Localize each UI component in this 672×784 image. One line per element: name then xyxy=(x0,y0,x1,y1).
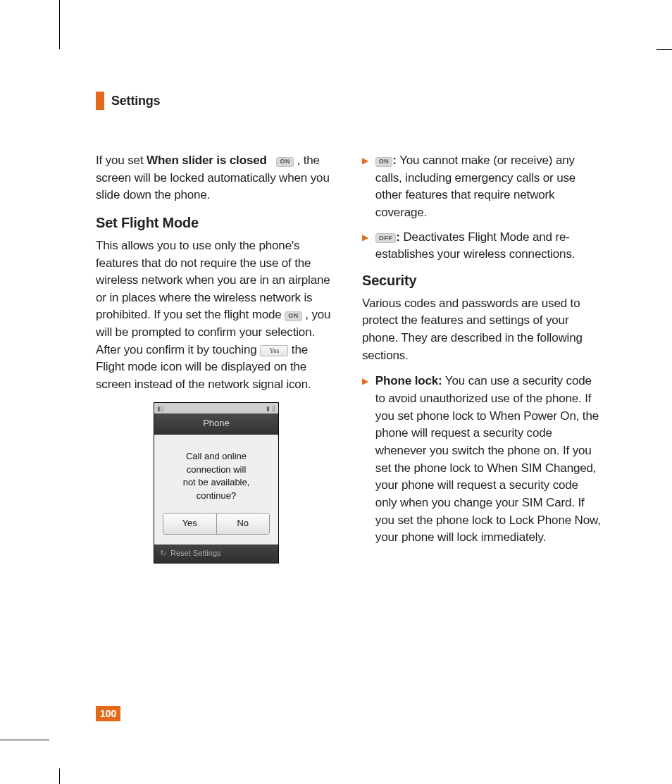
bullet-text: ON: You cannot make (or receive) any cal… xyxy=(375,152,603,222)
section-accent-bar xyxy=(96,92,104,110)
dialog-line: continue? xyxy=(163,490,270,503)
on-badge-icon: ON xyxy=(276,157,294,167)
crop-mark-left xyxy=(0,740,49,740)
two-column-layout: If you set When slider is closed ON , th… xyxy=(96,152,603,564)
text: If you set xyxy=(96,154,147,167)
signal-icon: ▮▯ xyxy=(157,404,164,413)
phone-footer: ↻ Reset Settings xyxy=(154,545,278,563)
section-header: Settings xyxy=(96,92,603,110)
bullet-marker-icon: ▶ xyxy=(362,375,368,546)
phone-yes-button: Yes xyxy=(163,514,216,534)
bullet-text: OFF: Deactivates Flight Mode and re-esta… xyxy=(375,229,603,263)
security-intro-paragraph: Various codes and passwords are used to … xyxy=(362,295,603,365)
on-badge-icon: ON xyxy=(375,157,393,167)
column-left: If you set When slider is closed ON , th… xyxy=(96,152,337,564)
refresh-icon: ↻ xyxy=(160,548,166,559)
manual-page: Settings If you set When slider is close… xyxy=(0,0,672,784)
bullet-marker-icon: ▶ xyxy=(362,155,368,222)
flight-mode-paragraph: This allows you to use only the phone's … xyxy=(96,237,337,394)
page-number: 100 xyxy=(96,706,120,721)
crop-mark-right xyxy=(657,49,672,50)
dialog-line: not be available, xyxy=(163,476,270,490)
on-badge-icon: ON xyxy=(285,311,302,321)
slider-closed-paragraph: If you set When slider is closed ON , th… xyxy=(96,152,337,204)
phone-screenshot: ▮▯ ▮ ▯ Phone Call and online connection … xyxy=(96,402,337,564)
off-badge-icon: OFF xyxy=(375,233,397,243)
page-number-wrap: 100 xyxy=(96,706,120,721)
phone-dialog-buttons: Yes No xyxy=(163,513,270,535)
phone-no-button: No xyxy=(216,514,270,534)
yes-button-icon: Yes xyxy=(260,345,288,356)
phone-dialog-body: Call and online connection will not be a… xyxy=(154,435,278,545)
bold-text: When slider is closed xyxy=(147,154,267,167)
dialog-line: connection will xyxy=(163,463,270,477)
heading-set-flight-mode: Set Flight Mode xyxy=(96,213,337,233)
bullet-off: ▶ OFF: Deactivates Flight Mode and re-es… xyxy=(362,229,603,263)
bullet-phone-lock: ▶ Phone lock: You can use a security cod… xyxy=(362,373,603,546)
text: You can use a security code to avoid una… xyxy=(375,374,601,544)
phone-screen-title: Phone xyxy=(154,413,278,435)
crop-mark-top xyxy=(59,0,60,49)
content-area: Settings If you set When slider is close… xyxy=(96,92,603,564)
phone-mockup: ▮▯ ▮ ▯ Phone Call and online connection … xyxy=(154,402,279,564)
phone-status-bar: ▮▯ ▮ ▯ xyxy=(154,403,278,413)
bullet-text: Phone lock: You can use a security code … xyxy=(375,373,603,546)
dialog-line: Call and online xyxy=(163,450,270,463)
bold-label: Phone lock: xyxy=(375,374,442,387)
bullet-on: ▶ ON: You cannot make (or receive) any c… xyxy=(362,152,603,222)
bullet-marker-icon: ▶ xyxy=(362,232,368,263)
text: This allows you to use only the phone's … xyxy=(96,239,330,322)
text: You cannot make (or receive) any calls, … xyxy=(375,154,575,219)
battery-icon: ▮ ▯ xyxy=(266,404,275,413)
crop-mark-bottom xyxy=(59,769,60,784)
phone-footer-label: Reset Settings xyxy=(170,548,221,559)
column-right: ▶ ON: You cannot make (or receive) any c… xyxy=(362,152,603,564)
section-title: Settings xyxy=(111,94,160,108)
heading-security: Security xyxy=(362,270,603,291)
text: Deactivates Flight Mode and re-establish… xyxy=(375,230,575,261)
